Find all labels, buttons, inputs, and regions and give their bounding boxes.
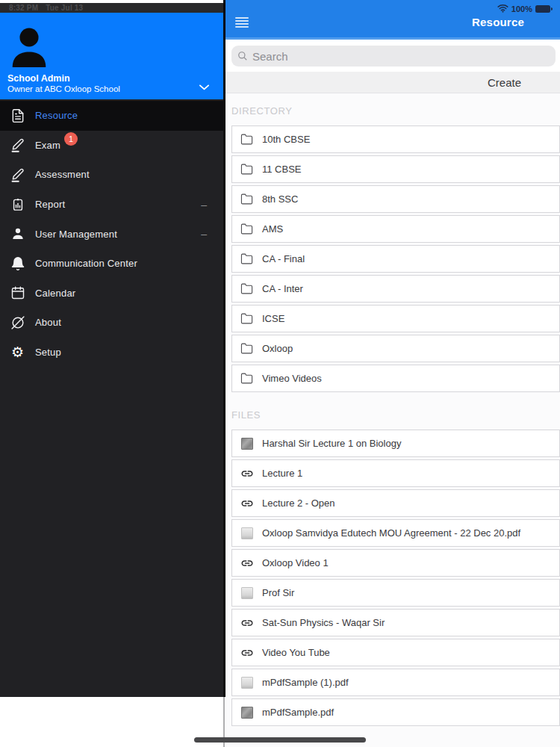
file-label: Prof Sir	[262, 587, 294, 598]
file-label: Lecture 1	[262, 468, 302, 479]
directory-label: 11 CBSE	[262, 164, 302, 175]
directory-label: 10th CBSE	[262, 134, 310, 145]
hamburger-menu-icon[interactable]	[235, 17, 249, 28]
sidebar-item-calendar[interactable]: Calendar	[0, 279, 223, 309]
battery-percent: 100%	[511, 4, 532, 13]
directory-label: ICSE	[262, 313, 284, 324]
calendar-icon	[10, 285, 25, 301]
file-thumbnail-icon	[240, 586, 254, 600]
sidebar-item-resource[interactable]: Resource	[0, 101, 223, 131]
file-row[interactable]: Oxloop Samvidya Edutech MOU Agreement - …	[231, 519, 560, 547]
directory-row[interactable]: Vimeo Videos	[231, 365, 560, 392]
file-label: Lecture 2 - Open	[262, 498, 335, 509]
avatar	[10, 24, 49, 73]
sidebar-item-label: Resource	[35, 110, 78, 121]
directory-label: CA - Inter	[262, 283, 303, 294]
sidebar-item-exam[interactable]: Exam 1	[0, 131, 223, 161]
link-icon	[240, 466, 254, 480]
directory-label: AMS	[262, 223, 283, 235]
folder-icon	[240, 341, 254, 356]
bell-icon	[10, 255, 25, 271]
search-icon	[237, 51, 248, 61]
directory-row[interactable]: CA - Final	[231, 245, 560, 273]
profile-header[interactable]: School Admin Owner at ABC Oxloop School	[0, 13, 223, 99]
directory-section-label: DIRECTORY	[225, 93, 560, 125]
folder-icon	[240, 371, 254, 385]
file-label: Sat-Sun Physics - Waqar Sir	[262, 617, 385, 628]
report-chart-icon	[10, 196, 25, 212]
file-row[interactable]: mPdfSample (1).pdf	[231, 669, 560, 696]
chevron-down-icon[interactable]	[199, 81, 210, 95]
file-row[interactable]: Video You Tube	[231, 639, 560, 666]
directory-row[interactable]: 10th CBSE	[231, 125, 560, 153]
create-button[interactable]: Create	[488, 76, 521, 89]
create-toolbar: Create	[225, 72, 560, 93]
collapse-indicator[interactable]: –	[201, 199, 207, 211]
file-label: Video You Tube	[262, 647, 330, 658]
sidebar-item-label: Calendar	[35, 288, 75, 299]
sidebar-item-label: Assessment	[35, 169, 90, 180]
sidebar-item-label: Report	[35, 199, 65, 210]
file-row[interactable]: Prof Sir	[231, 579, 560, 607]
sidebar-item-label: Communication Center	[35, 258, 137, 269]
search-row	[225, 42, 560, 72]
file-row[interactable]: Harshal Sir Lecture 1 on Biology	[231, 430, 560, 457]
sidebar-item-report[interactable]: Report –	[0, 190, 223, 220]
file-row[interactable]: Oxloop Video 1	[231, 549, 560, 577]
pencil-icon	[10, 137, 25, 153]
search-box[interactable]	[231, 46, 556, 66]
directory-row[interactable]: Oxloop	[231, 335, 560, 362]
sidebar-item-setup[interactable]: ⚙ Setup	[0, 338, 223, 368]
directory-label: Oxloop	[262, 343, 293, 354]
home-indicator[interactable]	[194, 737, 366, 743]
file-thumbnail-icon	[240, 675, 254, 689]
person-icon	[10, 226, 25, 242]
file-row[interactable]: mPdfSample.pdf	[231, 698, 560, 726]
file-thumbnail-icon	[240, 705, 254, 719]
sidebar-item-about[interactable]: About	[0, 308, 223, 338]
link-icon	[240, 496, 254, 510]
folder-icon	[240, 252, 254, 266]
link-icon	[240, 645, 254, 660]
profile-subtitle: Owner at ABC Oxloop School	[7, 84, 120, 93]
page-title: Resource	[472, 16, 524, 28]
status-bar-left: 8:32 PM Tue Jul 13	[0, 3, 223, 13]
directory-row[interactable]: AMS	[231, 215, 560, 243]
file-row[interactable]: Sat-Sun Physics - Waqar Sir	[231, 609, 560, 636]
file-row[interactable]: Lecture 2 - Open	[231, 489, 560, 517]
folder-icon	[240, 311, 254, 326]
exam-badge: 1	[64, 132, 78, 146]
app-header: 100% Resource	[225, 0, 560, 40]
sidebar-item-assessment[interactable]: Assessment	[0, 160, 223, 190]
sidebar-item-communication-center[interactable]: Communication Center	[0, 249, 223, 279]
pencil-icon	[10, 167, 25, 182]
sidebar-item-label: User Management	[35, 229, 117, 240]
folder-icon	[240, 192, 254, 206]
directory-row[interactable]: 11 CBSE	[231, 155, 560, 183]
link-icon	[240, 616, 254, 630]
file-thumbnail-icon	[240, 436, 254, 450]
file-row[interactable]: Lecture 1	[231, 459, 560, 487]
directory-row[interactable]: ICSE	[231, 305, 560, 332]
sidebar-item-label: Setup	[35, 347, 61, 358]
directory-label: 8th SSC	[262, 193, 298, 205]
resource-content: DIRECTORY 10th CBSE 11 CBSE 8th SSC AMS …	[225, 93, 560, 747]
file-label: Harshal Sir Lecture 1 on Biology	[262, 438, 401, 449]
profile-name: School Admin	[7, 73, 70, 84]
directory-row[interactable]: 8th SSC	[231, 185, 560, 213]
status-date: Tue Jul 13	[46, 4, 83, 12]
file-label: mPdfSample (1).pdf	[262, 677, 349, 688]
drawer-divider	[223, 0, 225, 697]
link-icon	[240, 556, 254, 570]
search-input[interactable]	[252, 50, 536, 63]
sidebar-item-user-management[interactable]: User Management –	[0, 219, 223, 249]
collapse-indicator[interactable]: –	[201, 228, 207, 240]
files-section-label: FILES	[225, 394, 560, 430]
battery-icon	[535, 5, 553, 13]
sidebar-menu: Resource Exam 1 Assessment Report –	[0, 99, 223, 697]
directory-row[interactable]: CA - Inter	[231, 275, 560, 303]
file-label: Oxloop Samvidya Edutech MOU Agreement - …	[262, 527, 520, 539]
folder-icon	[240, 162, 254, 176]
file-thumbnail-icon	[240, 526, 254, 540]
folder-icon	[240, 222, 254, 236]
